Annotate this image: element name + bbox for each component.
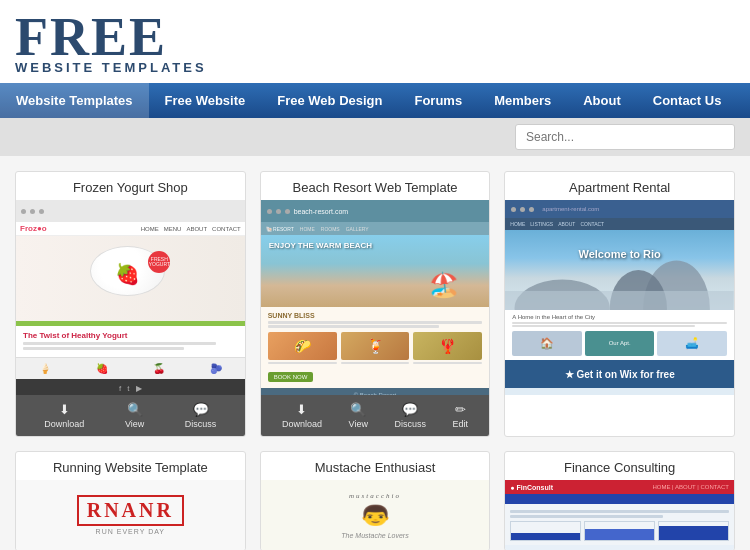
mustache-preview[interactable]: mustacchio 👨 The Mustache Lovers <box>261 480 490 550</box>
frozen-icon-2: 🍓 <box>96 363 108 374</box>
beach-discuss-label: Discuss <box>394 419 426 429</box>
header: FREE WEBSITE TEMPLATES <box>0 0 750 83</box>
discuss-icon: 💬 <box>193 402 209 417</box>
logo-free: FREE <box>15 10 207 64</box>
yogurt-illustration: 🍓 FRESH YOGURT <box>90 246 170 311</box>
search-input[interactable] <box>515 124 735 150</box>
frozen-text-line-2 <box>23 347 184 350</box>
nav-item-about[interactable]: About <box>567 83 637 118</box>
beach-preview[interactable]: beach-resort.com 🐚 RESORT HOME ROOMS GAL… <box>261 200 490 395</box>
beach-food-img-3: 🦞 <box>413 332 482 360</box>
beach-cta-btn[interactable]: BOOK NOW <box>268 372 314 382</box>
main-nav: Website Templates Free Website Free Web … <box>0 83 750 118</box>
apt-dot-3 <box>529 207 534 212</box>
frozen-discuss-btn[interactable]: 💬 Discuss <box>179 400 223 431</box>
nav-item-free-web-design[interactable]: Free Web Design <box>261 83 398 118</box>
frozen-discuss-label: Discuss <box>185 419 217 429</box>
nav-item-website-templates[interactable]: Website Templates <box>0 83 149 118</box>
beach-download-icon: ⬇ <box>296 402 307 417</box>
content-area: Frozen Yogurt Shop Froz●o HOME MENU ABOU… <box>0 156 750 550</box>
beach-food-img-2: 🍹 <box>341 332 410 360</box>
running-tagline: RUN EVERY DAY <box>96 528 165 535</box>
apt-hero: Welcome to Rio <box>505 230 734 310</box>
beach-discuss-btn[interactable]: 💬 Discuss <box>388 400 432 431</box>
beach-footer-text: © Beach Resort <box>354 392 396 395</box>
frozen-dot-3 <box>39 209 44 214</box>
beach-edit-icon: ✏ <box>455 402 466 417</box>
apt-nav-home: HOME <box>510 221 525 227</box>
apt-preview[interactable]: apartment-rental.com HOME LISTINGS ABOUT… <box>505 200 734 395</box>
running-logo-container: RNANR RUN EVERY DAY <box>77 488 184 542</box>
frozen-icon-1: 🍦 <box>39 363 51 374</box>
template-title-running: Running Website Template <box>16 452 245 480</box>
finance-top-bar: ● FinConsult HOME | ABOUT | CONTACT <box>505 480 734 494</box>
apt-wix-footer[interactable]: ★ Get it on Wix for free <box>505 360 734 388</box>
beach-section-title: SUNNY BLISS <box>268 312 483 319</box>
frozen-browser-bar <box>16 200 245 222</box>
running-preview[interactable]: RNANR RUN EVERY DAY <box>16 480 245 550</box>
frozen-preview[interactable]: Froz●o HOME MENU ABOUT CONTACT 🍓 <box>16 200 245 395</box>
mustache-logo-container: mustacchio 👨 The Mustache Lovers <box>341 488 408 542</box>
beach-line-1 <box>268 321 483 324</box>
frozen-tw: t <box>127 384 129 393</box>
template-row-1: Frozen Yogurt Shop Froz●o HOME MENU ABOU… <box>15 171 735 437</box>
beach-view-btn[interactable]: 🔍 View <box>343 400 374 431</box>
mustache-tagline: The Mustache Lovers <box>341 532 408 539</box>
nav-item-members[interactable]: Members <box>478 83 567 118</box>
beach-edit-btn[interactable]: ✏ Edit <box>447 400 475 431</box>
beach-discuss-icon: 💬 <box>402 402 418 417</box>
beach-view-label: View <box>349 419 368 429</box>
nav-item-contact[interactable]: Contact Us <box>637 83 738 118</box>
apt-img-3: 🛋️ <box>657 331 727 356</box>
frozen-view-btn[interactable]: 🔍 View <box>119 400 150 431</box>
finance-chart-3 <box>658 521 729 541</box>
beach-food-line-3 <box>413 362 482 364</box>
apt-nav-contact: CONTACT <box>580 221 604 227</box>
apt-our-apartment: Our Apt. <box>585 331 655 356</box>
finance-chart-1 <box>510 521 581 541</box>
template-card-finance: Finance Consulting ● FinConsult HOME | A… <box>504 451 735 550</box>
nav-item-forums[interactable]: Forums <box>398 83 478 118</box>
finance-line-2 <box>510 515 663 518</box>
frozen-nav-contact: CONTACT <box>212 226 241 232</box>
search-bar <box>0 118 750 156</box>
beach-food-row: 🌮 🍹 🦞 <box>268 332 483 365</box>
frozen-download-label: Download <box>44 419 84 429</box>
beach-actions: ⬇ Download 🔍 View 💬 Discuss ✏ Edit <box>261 395 490 436</box>
svg-rect-3 <box>505 291 734 310</box>
apt-tagline: A Home in the Heart of the City <box>512 314 727 320</box>
frozen-dot-2 <box>30 209 35 214</box>
frozen-download-btn[interactable]: ⬇ Download <box>38 400 90 431</box>
finance-line-1 <box>510 510 729 513</box>
apt-mountains-svg <box>505 230 734 310</box>
beach-food-line <box>268 362 337 364</box>
template-title-apartment: Apartment Rental <box>505 172 734 200</box>
frozen-hero: 🍓 FRESH YOGURT <box>16 236 245 321</box>
yogurt-badge: FRESH YOGURT <box>148 251 170 273</box>
frozen-nav-menu: MENU <box>164 226 182 232</box>
frozen-icon-4: 🫐 <box>210 363 222 374</box>
frozen-icon-3: 🍒 <box>153 363 165 374</box>
frozen-dot-1 <box>21 209 26 214</box>
beach-food-img-1: 🌮 <box>268 332 337 360</box>
yogurt-emoji: 🍓 <box>115 262 140 286</box>
beach-content: SUNNY BLISS 🌮 🍹 🦞 <box>261 307 490 388</box>
frozen-brand: Froz●o <box>20 224 141 233</box>
template-card-running: Running Website Template RNANR RUN EVERY… <box>15 451 246 550</box>
running-logo-text: RNANR <box>77 495 184 526</box>
apt-hero-text: Welcome to Rio <box>579 248 661 260</box>
finance-chart-2 <box>584 521 655 541</box>
beach-download-label: Download <box>282 419 322 429</box>
finance-body <box>505 504 734 545</box>
frozen-text-line-1 <box>23 342 216 345</box>
apt-browser-bar: apartment-rental.com <box>505 200 734 218</box>
frozen-social: f t ▶ <box>16 379 245 395</box>
apt-line-2 <box>512 325 694 327</box>
beach-download-btn[interactable]: ⬇ Download <box>276 400 328 431</box>
frozen-view-label: View <box>125 419 144 429</box>
finance-preview[interactable]: ● FinConsult HOME | ABOUT | CONTACT <box>505 480 734 550</box>
frozen-tagline: The Twist of Healthy Yogurt <box>23 331 238 340</box>
template-title-beach: Beach Resort Web Template <box>261 172 490 200</box>
frozen-actions: ⬇ Download 🔍 View 💬 Discuss <box>16 395 245 436</box>
nav-item-free-website[interactable]: Free Website <box>149 83 262 118</box>
